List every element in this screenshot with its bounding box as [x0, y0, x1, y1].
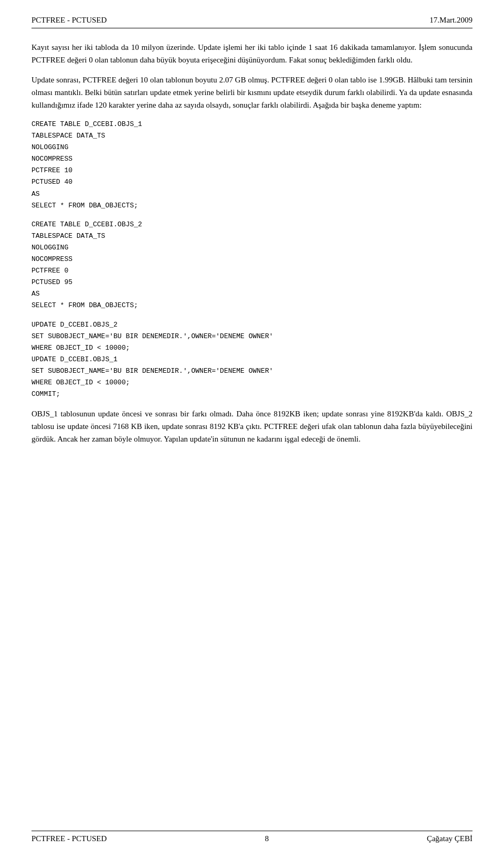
page-footer: PCTFREE - PCTUSED 8 Çağatay ÇEBİ	[32, 831, 472, 843]
header-title-left: PCTFREE - PCTUSED	[32, 16, 107, 25]
code-block-1: CREATE TABLE D_CCEBI.OBJS_1 TABLESPACE D…	[32, 119, 472, 212]
header-date: 17.Mart.2009	[429, 16, 472, 25]
footer-author: Çağatay ÇEBİ	[427, 834, 472, 843]
page-header: PCTFREE - PCTUSED 17.Mart.2009	[32, 16, 472, 28]
footer-title-left: PCTFREE - PCTUSED	[32, 834, 107, 843]
code-block-2: CREATE TABLE D_CCEBI.OBJS_2 TABLESPACE D…	[32, 219, 472, 312]
paragraph-3: OBJS_1 tablosunun update öncesi ve sonra…	[32, 407, 472, 445]
code-block-3: UPDATE D_CCEBI.OBJS_2 SET SUBOBJECT_NAME…	[32, 319, 472, 401]
main-content: Kayıt sayısı her iki tabloda da 10 milyo…	[32, 41, 472, 445]
paragraph-1: Kayıt sayısı her iki tabloda da 10 milyo…	[32, 41, 472, 66]
footer-page-number: 8	[265, 834, 269, 843]
page-container: PCTFREE - PCTUSED 17.Mart.2009 Kayıt say…	[0, 0, 504, 859]
paragraph-2: Update sonrası, PCTFREE değeri 10 olan t…	[32, 74, 472, 111]
